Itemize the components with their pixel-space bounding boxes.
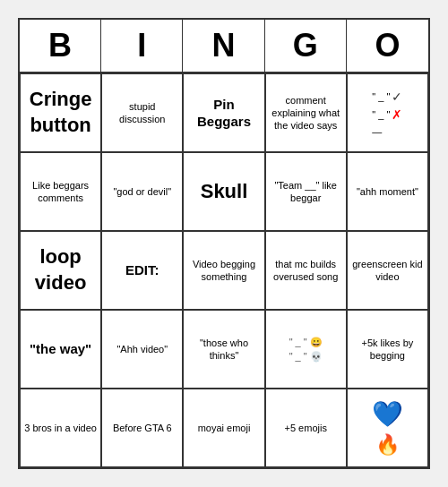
cell-r3c2[interactable]: EDIT: xyxy=(101,231,183,310)
cell-r1c4[interactable]: comment explaining what the video says xyxy=(265,73,347,152)
cell-r4c2[interactable]: "Ahh video" xyxy=(101,310,183,389)
cell-r1c2[interactable]: stupid discussion xyxy=(101,73,183,152)
cell-r4c5[interactable]: +5k likes by begging xyxy=(347,310,428,389)
cell-r5c1[interactable]: 3 bros in a video xyxy=(20,389,101,467)
bingo-header: B I N G O xyxy=(20,20,428,73)
cell-r3c4[interactable]: that mc builds overused song xyxy=(265,231,347,310)
cell-r5c3[interactable]: moyai emoji xyxy=(183,389,264,467)
header-n: N xyxy=(183,20,264,72)
cell-r1c5[interactable]: " _ " ✓ " _ " ✗ — xyxy=(347,73,428,152)
cell-r2c5[interactable]: "ahh moment" xyxy=(347,152,428,231)
cell-r2c4[interactable]: "Team __" like beggar xyxy=(265,152,347,231)
cell-r2c1[interactable]: Like beggars comments xyxy=(20,152,101,231)
cell-r1c3[interactable]: Pin Beggars xyxy=(183,73,264,152)
cell-r5c4[interactable]: +5 emojis xyxy=(265,389,347,467)
cell-r1c1[interactable]: Cringe button xyxy=(20,73,101,152)
cell-r2c2[interactable]: "god or devil" xyxy=(101,152,183,231)
cell-r4c4[interactable]: " _ " 😀 " _ " 💀 xyxy=(265,310,347,389)
cell-r3c3[interactable]: Video begging something xyxy=(183,231,264,310)
cell-r2c3[interactable]: Skull xyxy=(183,152,264,231)
header-i: I xyxy=(101,20,183,72)
cell-r3c5[interactable]: greenscreen kid video xyxy=(347,231,428,310)
header-g: G xyxy=(265,20,347,72)
bingo-card: B I N G O Cringe button stupid discussio… xyxy=(18,18,430,469)
cell-r4c3[interactable]: "those who thinks" xyxy=(183,310,264,389)
cell-r5c2[interactable]: Before GTA 6 xyxy=(101,389,183,467)
header-o: O xyxy=(347,20,428,72)
cell-r5c5[interactable]: 💙 🔥 xyxy=(347,389,428,467)
cell-r4c1[interactable]: "the way" xyxy=(20,310,101,389)
bingo-grid: Cringe button stupid discussion Pin Begg… xyxy=(20,73,428,467)
header-b: B xyxy=(20,20,101,72)
cell-r3c1[interactable]: loop video xyxy=(20,231,101,310)
